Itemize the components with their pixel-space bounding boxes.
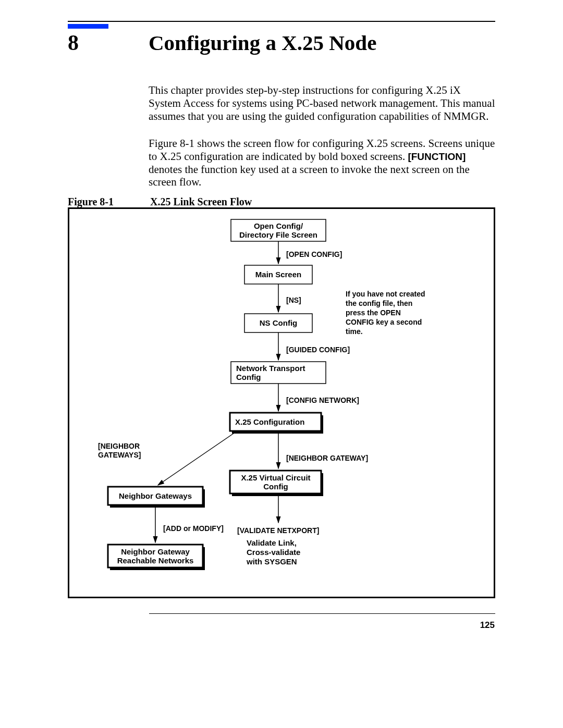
svg-text:Cross-validate: Cross-validate bbox=[247, 548, 300, 557]
svg-text:Config: Config bbox=[236, 373, 261, 381]
svg-text:X.25 Virtual Circuit: X.25 Virtual Circuit bbox=[241, 473, 310, 482]
key-validate-netxport: [VALIDATE NETXPORT] bbox=[237, 526, 319, 535]
key-ns: [NS] bbox=[286, 296, 301, 304]
accent-bar bbox=[68, 24, 108, 29]
svg-text:X.25 Configuration: X.25 Configuration bbox=[235, 417, 304, 426]
svg-text:Config: Config bbox=[263, 482, 288, 491]
key-neighbor-gateway: [NEIGHBOR GATEWAY] bbox=[286, 454, 368, 462]
node-x25-configuration: X.25 Configuration bbox=[230, 413, 323, 434]
figure-container: Open Config/ Directory File Screen [OPEN… bbox=[68, 207, 495, 598]
node-main-screen: Main Screen bbox=[244, 265, 312, 284]
svg-text:Open Config/: Open Config/ bbox=[254, 221, 303, 230]
svg-text:Directory File Screen: Directory File Screen bbox=[239, 230, 317, 239]
figure-title: X.25 Link Screen Flow bbox=[150, 196, 252, 208]
figure-label: Figure 8-1 bbox=[68, 196, 114, 208]
function-key-inline: [FUNCTION] bbox=[408, 151, 466, 162]
node-neighbor-gateways: Neighbor Gateways bbox=[108, 487, 205, 508]
svg-text:NS Config: NS Config bbox=[260, 318, 298, 327]
key-neighbor-gateways-2: GATEWAYS] bbox=[98, 451, 141, 459]
svg-text:Network Transport: Network Transport bbox=[236, 364, 305, 373]
node-network-transport-config: Network Transport Config bbox=[231, 362, 326, 384]
node-validate: Validate Link, Cross-validate with SYSGE… bbox=[246, 538, 300, 566]
node-x25-vcc: X.25 Virtual Circuit Config bbox=[230, 471, 323, 496]
node-open-config: Open Config/ Directory File Screen bbox=[231, 219, 326, 241]
svg-text:Reachable Networks: Reachable Networks bbox=[117, 556, 194, 565]
node-ns-config: NS Config bbox=[244, 314, 312, 332]
svg-text:with SYSGEN: with SYSGEN bbox=[246, 557, 297, 566]
svg-text:the config file, then: the config file, then bbox=[346, 299, 412, 307]
key-guided-config: [GUIDED CONFIG] bbox=[286, 346, 350, 354]
svg-text:Neighbor Gateways: Neighbor Gateways bbox=[119, 491, 192, 500]
page-number: 125 bbox=[480, 620, 495, 631]
key-neighbor-gateways-1: [NEIGHBOR bbox=[98, 442, 140, 450]
chapter-number: 8 bbox=[68, 30, 79, 55]
svg-text:press the OPEN: press the OPEN bbox=[346, 309, 401, 317]
svg-text:If you have not created: If you have not created bbox=[346, 290, 425, 298]
svg-text:CONFIG key a second: CONFIG key a second bbox=[346, 318, 422, 326]
svg-text:time.: time. bbox=[346, 327, 363, 336]
key-open-config: [OPEN CONFIG] bbox=[286, 250, 342, 258]
note-open-config: If you have not created the config file,… bbox=[346, 290, 425, 336]
svg-text:Validate Link,: Validate Link, bbox=[247, 538, 297, 547]
key-config-network: [CONFIG NETWORK] bbox=[286, 396, 359, 404]
key-add-modify: [ADD or MODIFY] bbox=[163, 524, 224, 533]
svg-line-23 bbox=[158, 431, 237, 485]
svg-text:Neighbor Gateway: Neighbor Gateway bbox=[121, 547, 190, 556]
svg-text:Main Screen: Main Screen bbox=[255, 270, 301, 279]
node-ngrn: Neighbor Gateway Reachable Networks bbox=[108, 545, 205, 570]
chapter-title: Configuring a X.25 Node bbox=[149, 30, 376, 55]
paragraph-1: This chapter provides step-by-step instr… bbox=[149, 84, 495, 122]
paragraph-2: Figure 8-1 shows the screen flow for con… bbox=[149, 137, 495, 189]
